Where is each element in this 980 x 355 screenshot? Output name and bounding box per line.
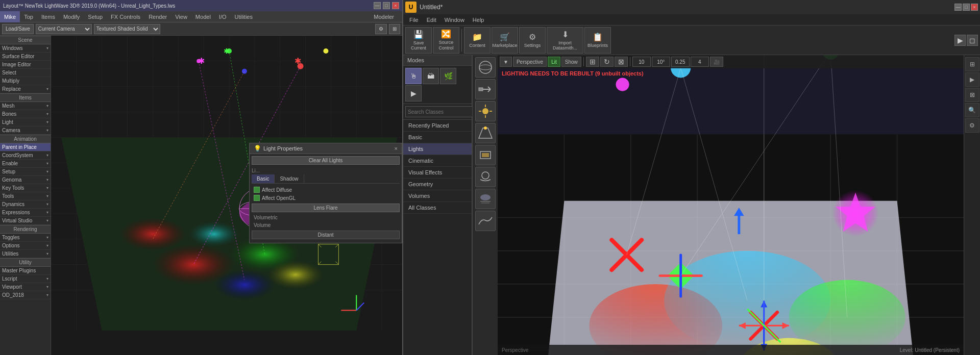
sidebar-options[interactable]: Options ▾ [0,242,51,250]
close-button[interactable]: × [392,2,399,9]
sidebar-virtual-studio[interactable]: Virtual Studio ▾ [0,217,51,225]
tab-utilities[interactable]: Utilities [231,11,257,22]
right-icon-2[interactable]: ▶ [965,72,979,87]
sidebar-image-editor[interactable]: Image Editor [0,61,51,69]
sidebar-toggles[interactable]: Toggles ▾ [0,234,51,242]
menu-help[interactable]: Help [469,14,488,26]
tab-model[interactable]: Model [191,11,215,22]
translate-snap-button[interactable]: ⊞ [586,57,599,67]
menu-file[interactable]: File [405,14,423,26]
scale-value[interactable]: 0.25 [671,57,690,67]
class-sky-light[interactable] [475,167,496,187]
menu-window[interactable]: Window [440,14,469,26]
lens-flare-button[interactable]: Lens Flare [252,204,400,212]
search-classes-input[interactable] [405,106,475,117]
tab-mike[interactable]: Mike [0,11,20,22]
modes-volumes[interactable]: Volumes [403,190,472,202]
perspective-label-button[interactable]: Perspective [513,57,547,67]
mode-foliage-button[interactable]: 🌿 [440,68,456,84]
class-rect-light[interactable] [475,145,496,165]
import-datasmith-button[interactable]: ⬇ Import Datasmith... [547,27,583,54]
sidebar-light[interactable]: Light ▾ [0,118,51,126]
ue-close-button[interactable]: × [971,4,978,11]
affect-opengl-checkbox[interactable] [254,195,260,201]
light-props-close[interactable]: × [395,145,398,151]
sidebar-tools[interactable]: Tools ▾ [0,192,51,200]
sidebar-genoma[interactable]: Genoma ▾ [0,176,51,184]
scale-snap-button[interactable]: ⊠ [615,57,628,67]
ue-viewport[interactable]: ▼ Perspective Lit Show ⊞ ↻ ⊠ 10 10° [498,55,964,355]
perspective-button[interactable]: ▼ [500,57,512,67]
sidebar-dynamics[interactable]: Dynamics ▾ [0,200,51,209]
ue-maximize-button[interactable]: □ [963,4,970,11]
content-button[interactable]: 📁 Content [464,27,491,54]
sidebar-replace[interactable]: Replace ▾ [0,85,51,93]
sidebar-master-plugins[interactable]: Master Plugins [0,267,51,275]
vr-button[interactable]: ◻ [967,35,978,46]
sidebar-multiply[interactable]: Multiply [0,77,51,85]
sidebar-lscript[interactable]: Lscript ▾ [0,275,51,283]
tab-top[interactable]: Top [20,11,37,22]
class-atm-fog[interactable] [475,189,496,209]
right-icon-1[interactable]: ⊞ [965,57,979,71]
mode-landscape-button[interactable]: 🏔 [423,68,439,84]
class-sphere[interactable] [475,57,496,78]
menu-edit[interactable]: Edit [423,14,440,26]
tab-items[interactable]: Items [37,11,59,22]
show-button[interactable]: Show [561,57,581,67]
mode-select-button[interactable]: 🖱 [405,68,422,84]
sidebar-surface-editor[interactable]: Surface Editor [0,53,51,61]
modes-visual-effects[interactable]: Visual Effects [403,167,472,179]
modes-geometry[interactable]: Geometry [403,179,472,190]
tab-shadow[interactable]: Shadow [275,174,304,183]
sidebar-od2018[interactable]: OD_2018 ▾ [0,291,51,299]
right-icon-5[interactable]: ⚙ [965,118,979,133]
tab-setup[interactable]: Setup [84,11,107,22]
rotate-snap-button[interactable]: ↻ [600,57,614,67]
viewport-mode-select[interactable]: Textured Shaded Solid [94,24,160,34]
tab-fx-controls[interactable]: FX Controls [107,11,144,22]
mode-more-button[interactable]: ▶ [405,85,422,102]
sidebar-bones[interactable]: Bones ▾ [0,110,51,118]
tab-modify[interactable]: Modify [59,11,84,22]
maximize-button[interactable]: □ [383,2,390,9]
blueprints-button[interactable]: 📋 Blueprints [584,27,611,54]
marketplace-button[interactable]: 🛒 Marketplace [492,27,518,54]
class-exp-height-fog[interactable] [475,211,496,231]
sidebar-windows[interactable]: Windows ▾ [0,44,51,53]
tab-basic[interactable]: Basic [252,174,275,183]
settings-button[interactable]: ⚙ Settings [519,27,546,54]
sidebar-utilities[interactable]: Utilities ▾ [0,250,51,258]
modes-basic[interactable]: Basic [403,132,472,143]
sidebar-coordsystem[interactable]: CoordSystem ▾ [0,151,51,160]
ue-minimize-button[interactable]: — [954,4,962,11]
modes-lights[interactable]: Lights [403,143,472,155]
modes-cinematic[interactable]: Cinematic [403,155,472,167]
sidebar-key-tools[interactable]: Key Tools ▾ [0,184,51,192]
class-point-light[interactable] [475,101,496,121]
lw-viewport[interactable]: ✱ ✱ ✱ [51,36,402,355]
clear-all-lights-button[interactable]: Clear All Lights [252,156,400,165]
right-icon-4[interactable]: 🔍 [965,103,979,117]
class-spot-light[interactable] [475,123,496,143]
rotation-value2[interactable]: 10° [652,57,670,67]
camera-select[interactable]: Current Camera [36,24,92,34]
class-directional-light[interactable] [475,79,496,99]
sidebar-camera[interactable]: Camera ▾ [0,126,51,135]
right-icon-3[interactable]: ⊠ [965,88,979,102]
tab-modeler[interactable]: Modeler [370,11,398,22]
sidebar-mesh[interactable]: Mesh ▾ [0,102,51,110]
minimize-button[interactable]: — [374,2,381,9]
sidebar-enable[interactable]: Enable ▾ [0,160,51,168]
maximize-viewport-button[interactable]: ⊞ [389,24,400,34]
save-current-button[interactable]: 💾 Save Current [405,27,432,54]
tab-io[interactable]: I/O [215,11,231,22]
load-save-button[interactable]: Load/Save [2,24,34,34]
tab-render[interactable]: Render [144,11,171,22]
play-button[interactable]: ▶ [954,35,966,46]
grid-value[interactable]: 4 [691,57,709,67]
affect-diffuse-checkbox[interactable] [254,187,260,193]
source-control-button[interactable]: 🔀 Source Control [433,27,459,54]
settings-icon[interactable]: ⚙ [375,24,387,34]
tab-view[interactable]: View [171,11,191,22]
